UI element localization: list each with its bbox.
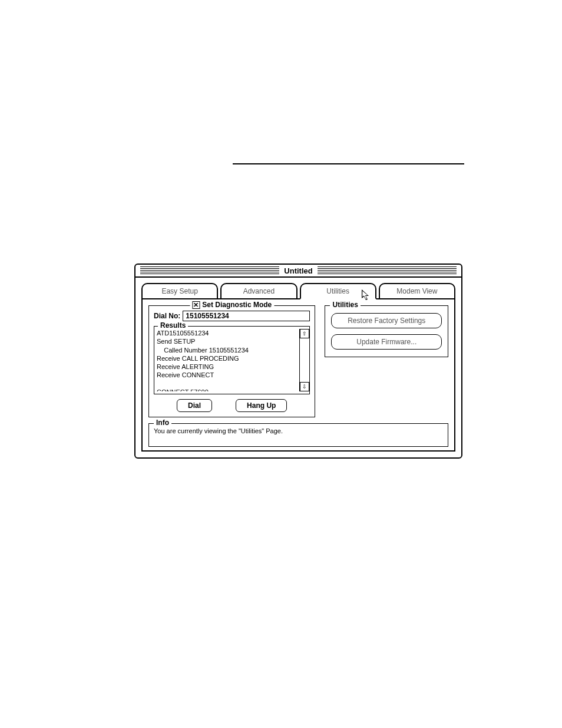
content-row: ✕ Set Diagnostic Mode Dial No: Results A…: [148, 305, 448, 417]
set-diagnostic-checkbox[interactable]: ✕: [192, 301, 200, 309]
scroll-down-icon[interactable]: ⇩: [300, 382, 309, 391]
diagnostic-legend-label: Set Diagnostic Mode: [202, 301, 272, 309]
tab-utilities[interactable]: Utilities: [300, 283, 376, 299]
results-group: Results ATD15105551234 Send SETUP Called…: [154, 326, 310, 394]
titlebar[interactable]: Untitled: [135, 265, 461, 278]
info-legend: Info: [154, 419, 171, 427]
dial-label: Dial No:: [154, 312, 180, 320]
right-column: Utilities Restore Factory Settings Updat…: [325, 305, 448, 357]
update-firmware-button[interactable]: Update Firmware...: [331, 334, 442, 350]
info-text: You are currently viewing the "Utilities…: [154, 427, 443, 434]
diagnostic-group: ✕ Set Diagnostic Mode Dial No: Results A…: [148, 305, 315, 417]
tab-panel: ✕ Set Diagnostic Mode Dial No: Results A…: [141, 298, 455, 452]
window-title: Untitled: [279, 266, 317, 275]
dial-button[interactable]: Dial: [177, 399, 212, 412]
restore-factory-button[interactable]: Restore Factory Settings: [331, 313, 442, 328]
results-scrollbar[interactable]: ⇧ ⇩: [299, 329, 309, 391]
dial-input[interactable]: [183, 311, 310, 321]
diagnostic-legend: ✕ Set Diagnostic Mode: [190, 301, 274, 309]
tab-easy-setup[interactable]: Easy Setup: [141, 283, 218, 299]
results-text: ATD15105551234 Send SETUP Called Number …: [157, 329, 299, 391]
dial-buttons: Dial Hang Up: [154, 399, 310, 412]
window: Untitled Easy Setup Advanced Utilities M…: [134, 263, 462, 459]
tab-modem-view[interactable]: Modem View: [379, 283, 455, 299]
utilities-group: Utilities Restore Factory Settings Updat…: [325, 305, 448, 357]
utilities-legend: Utilities: [330, 301, 360, 309]
tab-advanced[interactable]: Advanced: [220, 283, 297, 299]
tabs-row: Easy Setup Advanced Utilities Modem View: [135, 278, 461, 299]
dial-row: Dial No:: [154, 311, 310, 321]
horizontal-rule: [233, 163, 464, 164]
left-column: ✕ Set Diagnostic Mode Dial No: Results A…: [148, 305, 315, 417]
hangup-button[interactable]: Hang Up: [236, 399, 287, 412]
info-group: Info You are currently viewing the "Util…: [148, 423, 448, 447]
results-area: ATD15105551234 Send SETUP Called Number …: [157, 329, 309, 391]
scroll-up-icon[interactable]: ⇧: [300, 329, 309, 338]
results-legend: Results: [158, 321, 188, 330]
